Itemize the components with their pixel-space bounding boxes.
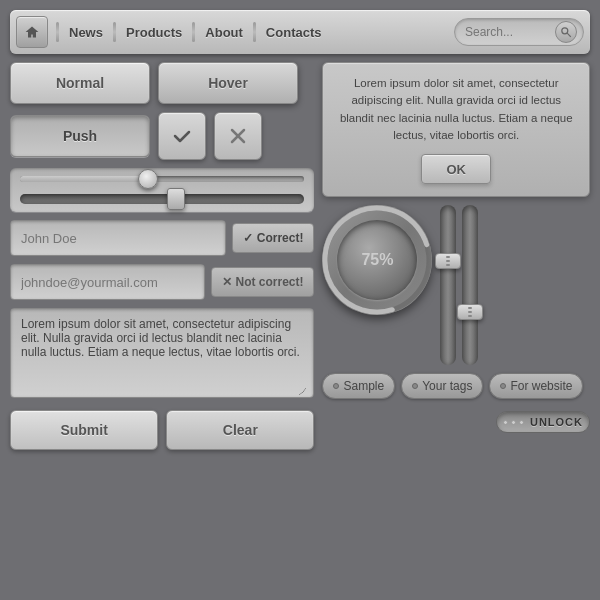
- tag-dot: [412, 383, 418, 389]
- correct-badge: ✓ Correct!: [232, 223, 314, 253]
- slider-thumb-2[interactable]: [167, 188, 185, 210]
- v-slider-2[interactable]: [462, 205, 478, 365]
- slider-track-2[interactable]: [20, 194, 304, 204]
- bottom-button-row: Submit Clear: [10, 410, 314, 450]
- unlock-dots: [503, 420, 524, 425]
- unlock-toggle[interactable]: UNLOCK: [496, 411, 590, 433]
- search-button[interactable]: [555, 21, 577, 43]
- textarea-wrapper: Lorem ipsum dolor sit amet, consectetur …: [10, 308, 314, 402]
- nav-separator: [56, 22, 59, 42]
- search-bar: [454, 18, 584, 46]
- nav-link-products[interactable]: Products: [120, 25, 188, 40]
- knob[interactable]: 75%: [322, 205, 432, 315]
- tag-dot: [333, 383, 339, 389]
- tag-sample[interactable]: Sample: [322, 373, 395, 399]
- left-panel: Normal Hover Push: [10, 62, 314, 450]
- normal-button[interactable]: Normal: [10, 62, 150, 104]
- unlock-dot: [511, 420, 516, 425]
- dialog-ok-button[interactable]: OK: [421, 154, 491, 184]
- textarea-input[interactable]: Lorem ipsum dolor sit amet, consectetur …: [10, 308, 314, 398]
- nav-separator: [113, 22, 116, 42]
- tags-area: Sample Your tags For website: [322, 373, 590, 399]
- slider-track-1[interactable]: [20, 176, 304, 182]
- name-field-row: ✓ Correct!: [10, 220, 314, 256]
- resize-icon: ⟋: [296, 384, 310, 398]
- search-input[interactable]: [465, 25, 553, 39]
- svg-point-0: [562, 28, 568, 34]
- tag-for-website[interactable]: For website: [489, 373, 583, 399]
- slider-thumb-1[interactable]: [138, 169, 158, 189]
- nav-link-about[interactable]: About: [199, 25, 249, 40]
- nav-link-contacts[interactable]: Contacts: [260, 25, 328, 40]
- v-slider-thumb-2[interactable]: [457, 304, 483, 320]
- email-field-row: ✕ Not correct!: [10, 264, 314, 300]
- unlock-label: UNLOCK: [530, 416, 583, 428]
- dialog-box: Lorem ipsum dolor sit amet, consectetur …: [322, 62, 590, 197]
- submit-button[interactable]: Submit: [10, 410, 158, 450]
- check-button[interactable]: [158, 112, 206, 160]
- name-input[interactable]: [10, 220, 226, 256]
- clear-button[interactable]: Clear: [166, 410, 314, 450]
- hover-button[interactable]: Hover: [158, 62, 298, 104]
- nav-separator: [192, 22, 195, 42]
- main-content: Normal Hover Push: [10, 62, 590, 450]
- right-panel: Lorem ipsum dolor sit amet, consectetur …: [322, 62, 590, 450]
- nav-separator: [253, 22, 256, 42]
- unlock-dot: [503, 420, 508, 425]
- home-button[interactable]: [16, 16, 48, 48]
- x-button[interactable]: [214, 112, 262, 160]
- button-row-1: Normal Hover: [10, 62, 314, 104]
- email-input[interactable]: [10, 264, 205, 300]
- tag-your-tags[interactable]: Your tags: [401, 373, 483, 399]
- v-slider-container: [440, 205, 478, 365]
- incorrect-badge: ✕ Not correct!: [211, 267, 314, 297]
- nav-link-news[interactable]: News: [63, 25, 109, 40]
- button-row-2: Push: [10, 112, 314, 160]
- dialog-text: Lorem ipsum dolor sit amet, consectetur …: [335, 75, 577, 144]
- v-slider-thumb-1[interactable]: [435, 253, 461, 269]
- unlock-dot: [519, 420, 524, 425]
- svg-line-1: [567, 33, 571, 37]
- tag-dot: [500, 383, 506, 389]
- slider-panel: [10, 168, 314, 212]
- navbar: News Products About Contacts: [10, 10, 590, 54]
- v-slider-1[interactable]: [440, 205, 456, 365]
- push-button[interactable]: Push: [10, 115, 150, 157]
- knob-slider-row: 75%: [322, 205, 590, 365]
